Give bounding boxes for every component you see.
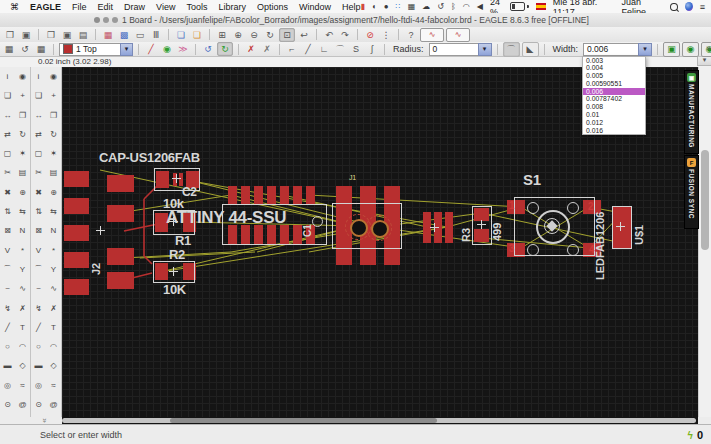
rotate-tool[interactable]: ↻ — [16, 128, 29, 141]
mark-tool[interactable]: + — [47, 89, 60, 102]
cam-processor-icon[interactable]: ▩ — [117, 29, 131, 41]
wire-tool[interactable]: ╱ — [32, 321, 45, 334]
route-tool[interactable]: ↯ — [1, 302, 14, 315]
value-tool[interactable]: V — [1, 244, 14, 257]
fusion-sync-tab[interactable]: F FUSION SYNC — [684, 155, 699, 229]
route-airwire-icon[interactable]: ╱ — [144, 43, 158, 55]
meander-tool[interactable]: ∿ — [47, 282, 60, 295]
miter-tool[interactable]: ⌒ — [32, 263, 45, 276]
hole-tool[interactable]: ⊙ — [1, 398, 14, 411]
add-part-tool[interactable]: ⊕ — [47, 186, 60, 199]
autorouter-button[interactable]: ∿ — [420, 28, 444, 42]
horizontal-scrollbar[interactable] — [62, 418, 696, 423]
circle-tool[interactable]: ○ — [32, 340, 45, 353]
spotlight-search-icon[interactable] — [670, 3, 677, 11]
loop-remove-icon[interactable]: ↺ — [201, 43, 215, 55]
change-tool[interactable]: ✶ — [16, 147, 29, 160]
move-tool[interactable]: ↔ — [32, 109, 45, 122]
stop-icon[interactable]: ⊘ — [363, 29, 377, 41]
rotate-tool[interactable]: ↻ — [47, 128, 60, 141]
via-tool[interactable]: ◎ — [32, 379, 45, 392]
menu-view[interactable]: View — [156, 2, 175, 12]
wifi-icon[interactable]: ◠ — [463, 3, 470, 11]
miter-round-icon[interactable]: ⌒ — [503, 42, 520, 57]
arc-tool[interactable]: ◠ — [16, 340, 29, 353]
board-icon[interactable]: ▭ — [133, 29, 147, 41]
open-board-icon[interactable]: ❐ — [3, 29, 17, 41]
bend-45-icon[interactable]: ╱ — [301, 43, 315, 55]
width-option-0.016[interactable]: 0.016 — [583, 127, 645, 135]
rect-tool[interactable]: ▬ — [32, 359, 45, 372]
paste-tool[interactable]: ▤ — [47, 166, 60, 179]
copy-tool[interactable]: ❐ — [16, 109, 29, 122]
circle-tool[interactable]: ○ — [1, 340, 14, 353]
pinswap-tool[interactable]: ⇅ — [32, 205, 45, 218]
last-command-icon[interactable]: ↺ — [18, 43, 32, 55]
bend-90-icon[interactable]: ∟ — [317, 43, 331, 55]
cut-tool[interactable]: ✂ — [1, 166, 14, 179]
width-option-0.006[interactable]: 0.006 — [583, 88, 645, 96]
modules-icon[interactable]: Ⅲ — [149, 29, 163, 41]
palette-overflow-chevron[interactable]: » — [40, 418, 49, 422]
mirror-tool[interactable]: ⇄ — [1, 128, 14, 141]
undo-icon[interactable]: ↶ — [322, 29, 336, 41]
cloud-icon[interactable]: ☁ — [422, 3, 430, 11]
display-layers-tool[interactable]: ❏ — [32, 89, 45, 102]
bend-arc-icon[interactable]: ⌒ — [333, 43, 347, 55]
save-all-icon[interactable]: ▣ — [60, 29, 74, 41]
open-recent-icon[interactable]: ❐ — [44, 29, 58, 41]
zoom-last-icon[interactable]: ↩ — [297, 29, 311, 41]
width-dropdown-list[interactable]: 0.0030.0040.0050.005905510.0060.00787402… — [582, 56, 646, 136]
ripup-icon[interactable]: ✗ — [244, 43, 258, 55]
menu-eagle[interactable]: EAGLE — [30, 2, 61, 12]
library-window-icon[interactable]: ❏ — [190, 29, 204, 41]
width-option-0.008[interactable]: 0.008 — [583, 103, 645, 111]
width-option-0.004[interactable]: 0.004 — [583, 64, 645, 72]
app-blue-icon[interactable]: ∷ — [396, 3, 401, 11]
schematic-window-icon[interactable]: ❏ — [174, 29, 188, 41]
radius-combo[interactable]: 0 ▾ — [429, 44, 492, 55]
layer-combo[interactable]: 1 Top ▾ — [59, 44, 133, 55]
move-tool[interactable]: ↔ — [1, 109, 14, 122]
via-round-icon[interactable]: ◉ — [682, 42, 699, 57]
via-square-icon[interactable]: ▣ — [663, 42, 680, 57]
change-tool[interactable]: ✶ — [47, 147, 60, 160]
toolbar-overflow-chevron[interactable]: » — [706, 43, 711, 53]
menu-help[interactable]: Help — [342, 2, 361, 12]
add-part-tool[interactable]: ⊕ — [16, 186, 29, 199]
pinswap-tool[interactable]: ⇅ — [1, 205, 14, 218]
mirror-tool[interactable]: ⇄ — [32, 128, 45, 141]
width-option-0.012[interactable]: 0.012 — [583, 119, 645, 127]
notification-center-icon[interactable]: ≡ — [700, 2, 705, 12]
app-dark-icon[interactable]: ◐ — [372, 3, 377, 11]
radius-combo-arrow[interactable]: ▾ — [478, 43, 492, 56]
zoom-select-icon[interactable]: ⊡ — [279, 28, 295, 42]
group-tool[interactable]: ▢ — [1, 147, 14, 160]
vertical-scrollbar-thumb[interactable] — [701, 150, 709, 250]
lock-tool[interactable]: ⊠ — [1, 224, 14, 237]
arc-tool[interactable]: ◠ — [47, 340, 60, 353]
ripup-all-icon[interactable]: ✗ — [260, 43, 274, 55]
replace-tool[interactable]: ⇆ — [16, 205, 29, 218]
display-layers-tool[interactable]: ❏ — [1, 89, 14, 102]
drc-quick-button[interactable]: ∿ — [446, 28, 470, 42]
zoom-out-icon[interactable]: ⊖ — [247, 29, 261, 41]
menu-options[interactable]: Options — [257, 2, 288, 12]
timemachine-icon[interactable]: ↺ — [437, 3, 444, 11]
meander-tool[interactable]: ∿ — [16, 282, 29, 295]
value-tool[interactable]: V — [32, 244, 45, 257]
keyboard-icon[interactable]: ▦ — [408, 3, 416, 11]
ripup-tool[interactable]: ✗ — [16, 302, 29, 315]
menu-edit[interactable]: Edit — [98, 2, 114, 12]
loop-allow-icon[interactable]: ↻ — [217, 42, 233, 56]
bend-straight-icon[interactable]: ⌐ — [285, 43, 299, 55]
polygon-tool[interactable]: ◇ — [16, 359, 29, 372]
optimize-tool[interactable]: ~ — [1, 282, 14, 295]
width-option-0.003[interactable]: 0.003 — [583, 57, 645, 65]
menu-file[interactable]: File — [72, 2, 87, 12]
optimize-tool[interactable]: ~ — [32, 282, 45, 295]
minimize-window-button[interactable] — [103, 17, 109, 23]
hole-tool[interactable]: ⊙ — [32, 398, 45, 411]
delete-tool[interactable]: ✖ — [1, 186, 14, 199]
width-option-0.00590551[interactable]: 0.00590551 — [583, 80, 645, 88]
